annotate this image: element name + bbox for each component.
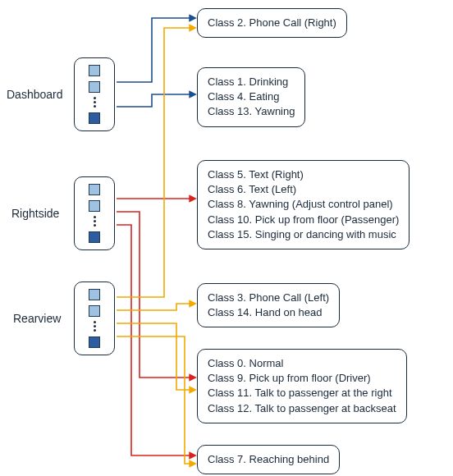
source-label-dashboard: Dashboard [7, 88, 63, 101]
block-icon [89, 336, 100, 348]
class-box-normal-pickup-talk: Class 0. Normal Class 9. Pick up from fl… [197, 349, 407, 423]
class-line: Class 2. Phone Call (Right) [208, 16, 336, 30]
class-line: Class 11. Talk to passenger at the right [208, 386, 396, 400]
ellipsis-icon [94, 97, 96, 108]
class-line: Class 3. Phone Call (Left) [208, 291, 329, 305]
class-line: Class 8. Yawning (Adjust control panel) [208, 197, 399, 212]
class-line: Class 7. Reaching behind [208, 452, 329, 467]
class-line: Class 14. Hand on head [208, 305, 329, 320]
source-rightside [74, 176, 115, 250]
block-icon [89, 184, 100, 195]
class-line: Class 4. Eating [208, 89, 295, 104]
class-line: Class 0. Normal [208, 356, 396, 371]
source-label-rightside: Rightside [11, 207, 59, 220]
block-icon [89, 231, 100, 243]
class-box-drink-eat-yawn: Class 1. Drinking Class 4. Eating Class … [197, 67, 305, 127]
class-box-text-yawn-pickup-sing: Class 5. Text (Right) Class 6. Text (Lef… [197, 160, 410, 249]
diagram-canvas: Dashboard Rightside Rearview Class 2. Ph… [0, 0, 453, 476]
class-line: Class 6. Text (Left) [208, 182, 399, 197]
class-box-phone-right: Class 2. Phone Call (Right) [197, 8, 347, 38]
class-line: Class 12. Talk to passenger at backseat [208, 401, 396, 416]
class-line: Class 5. Text (Right) [208, 167, 399, 182]
class-box-phone-left-hand: Class 3. Phone Call (Left) Class 14. Han… [197, 283, 340, 327]
class-box-reaching-behind: Class 7. Reaching behind [197, 445, 340, 474]
class-line: Class 10. Pick up from floor (Passenger) [208, 213, 399, 227]
source-label-rearview: Rearview [13, 312, 61, 325]
block-icon [89, 200, 100, 212]
class-line: Class 15. Singing or dancing with music [208, 227, 399, 242]
block-icon [89, 65, 100, 76]
block-icon [89, 305, 100, 317]
class-line: Class 1. Drinking [208, 75, 295, 89]
class-line: Class 9. Pick up from floor (Driver) [208, 371, 396, 386]
source-dashboard [74, 57, 115, 131]
class-line: Class 13. Yawning [208, 104, 295, 119]
ellipsis-icon [94, 321, 96, 332]
source-rearview [74, 281, 115, 355]
block-icon [89, 112, 100, 124]
block-icon [89, 81, 100, 93]
ellipsis-icon [94, 216, 96, 227]
block-icon [89, 289, 100, 300]
